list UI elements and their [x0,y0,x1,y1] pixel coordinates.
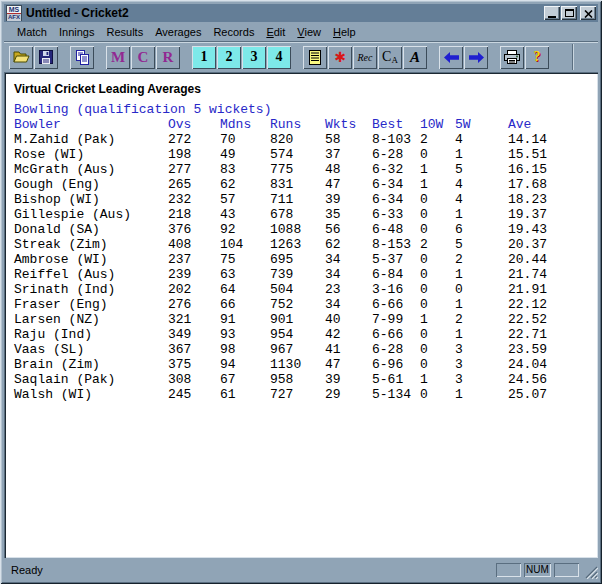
row-cell: 83 [220,162,270,177]
menu-item-results[interactable]: Results [100,25,149,39]
minimize-button[interactable] [544,6,560,20]
row-cell: 2 [420,237,455,252]
toolbar-prev-button[interactable] [439,46,463,69]
toolbar-asterisk-button[interactable]: ✱ [328,46,352,69]
toolbar-r-button[interactable]: R [156,46,180,69]
toolbar-innings4-button[interactable]: 4 [267,46,291,69]
toolbar-a-button[interactable]: A [403,46,427,69]
status-bar: Ready NUM [4,559,598,580]
toolbar-help-button[interactable]: ? [525,46,549,69]
resize-grip[interactable] [583,564,598,579]
maximize-button[interactable] [561,6,577,20]
row-cell: 6-28 [372,147,420,162]
toolbar-open-button[interactable] [9,46,33,69]
row-cell: Donald (SA) [14,222,168,237]
row-cell: 6-84 [372,267,420,282]
status-panel-num: NUM [524,563,551,577]
row-cell: 25.07 [508,387,568,402]
row-cell: 6-28 [372,342,420,357]
row-cell: 321 [168,312,220,327]
copy-icon [75,50,90,65]
row-cell: 4 [455,192,508,207]
header-cell: 5W [455,117,508,132]
row-cell: 901 [270,312,325,327]
toolbar-scorecard-button[interactable] [303,46,327,69]
toolbar-copy-button[interactable] [70,46,94,69]
row-cell: 6-32 [372,162,420,177]
row-cell: 5-134 [372,387,420,402]
row-cell: 35 [325,207,372,222]
arrow-right-icon [468,51,485,64]
row-cell: 6-66 [372,327,420,342]
toolbar-group: ? [500,46,550,69]
a-label: A [410,49,420,66]
row-cell: 47 [325,177,372,192]
table-row: Gillespie (Aus)21843678356-330119.37 [14,207,598,222]
row-cell: 20.44 [508,252,568,267]
toolbar-m-button[interactable]: M [106,46,130,69]
arrow-left-icon [443,51,460,64]
row-cell: 574 [270,147,325,162]
row-cell: 57 [220,192,270,207]
asterisk-label: ✱ [334,49,346,65]
toolbar-innings3-button[interactable]: 3 [242,46,266,69]
app-window: MS AFX Untitled - Cricket2 MatchInningsR… [0,0,602,584]
app-icon[interactable]: MS AFX [6,5,22,21]
innings1-label: 1 [201,49,208,65]
row-cell: Gillespie (Aus) [14,207,168,222]
r-label: R [163,49,174,66]
menu-item-records[interactable]: Records [207,25,260,39]
row-cell: 245 [168,387,220,402]
row-cell: 18.23 [508,192,568,207]
menu-bar: MatchInningsResultsAveragesRecordsEditVi… [4,23,598,41]
report-title: Virtual Cricket Leading Averages [14,82,598,97]
row-cell: 265 [168,177,220,192]
row-cell: 3 [455,342,508,357]
row-cell: 61 [220,387,270,402]
header-cell: 10W [420,117,455,132]
row-cell: 0 [455,282,508,297]
menu-item-innings[interactable]: Innings [53,25,100,39]
table-row: Streak (Zim)4081041263628-1532520.37 [14,237,598,252]
row-cell: 232 [168,192,220,207]
row-cell: 40 [325,312,372,327]
row-cell: 93 [220,327,270,342]
table-row: Rose (WI)19849574376-280115.51 [14,147,598,162]
table-row: Donald (SA)376921088566-480619.43 [14,222,598,237]
row-cell: 23 [325,282,372,297]
row-cell: 62 [325,237,372,252]
row-cell: 70 [220,132,270,147]
toolbar-rec-button[interactable]: Rec [353,46,377,69]
close-button[interactable] [580,6,596,20]
maximize-icon [565,9,574,17]
row-cell: 64 [220,282,270,297]
table-row: Srinath (Ind)20264504233-160021.91 [14,282,598,297]
menu-item-edit[interactable]: Edit [260,25,291,39]
title-bar[interactable]: MS AFX Untitled - Cricket2 [4,4,598,22]
menu-item-help[interactable]: Help [327,25,362,39]
menu-item-view[interactable]: View [291,25,327,39]
row-cell: 21.74 [508,267,568,282]
toolbar-save-button[interactable] [34,46,58,69]
menu-item-match[interactable]: Match [11,25,53,39]
toolbar-innings2-button[interactable]: 2 [217,46,241,69]
row-cell: 1 [455,147,508,162]
row-cell: Gough (Eng) [14,177,168,192]
row-cell: 504 [270,282,325,297]
row-cell: 1130 [270,357,325,372]
toolbar-c-button[interactable]: C [131,46,155,69]
toolbar-innings1-button[interactable]: 1 [192,46,216,69]
row-cell: 0 [420,207,455,222]
menu-item-averages[interactable]: Averages [149,25,207,39]
row-cell: 6-48 [372,222,420,237]
row-cell: 66 [220,297,270,312]
table-row: Saqlain (Pak)30867958395-611324.56 [14,372,598,387]
toolbar-ca-button[interactable]: CA [378,46,402,69]
window-title: Untitled - Cricket2 [26,6,543,20]
toolbar-next-button[interactable] [464,46,488,69]
row-cell: 0 [420,342,455,357]
row-cell: 272 [168,132,220,147]
row-cell: 3-16 [372,282,420,297]
row-cell: 20.37 [508,237,568,252]
toolbar-print-button[interactable] [500,46,524,69]
